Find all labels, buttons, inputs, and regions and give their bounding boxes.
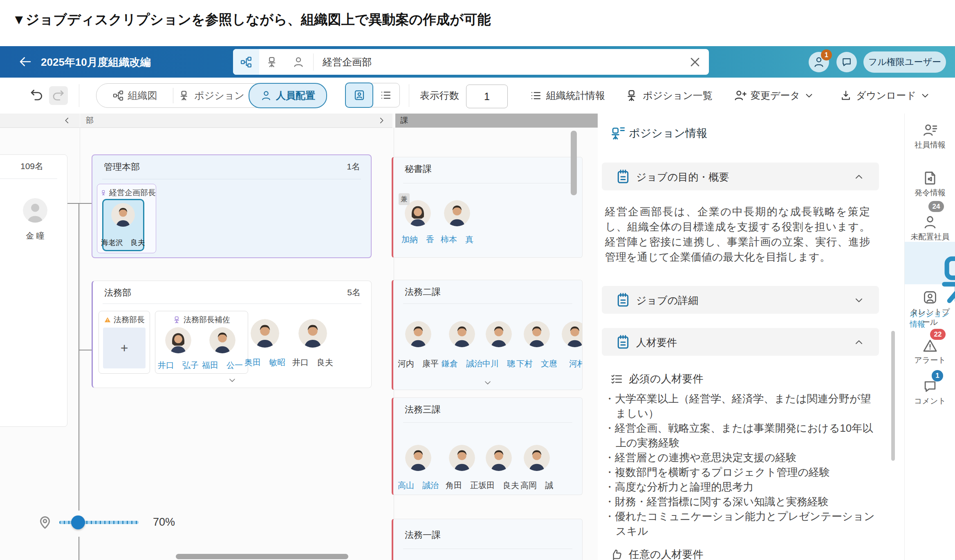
search-mode-position-button[interactable]	[259, 49, 285, 75]
avatar[interactable]	[486, 445, 512, 471]
member-name[interactable]: 坂田 良夫	[478, 480, 519, 491]
member-name[interactable]: 河内 康平	[398, 358, 439, 369]
tab-orgchart[interactable]: 組織図	[96, 89, 173, 102]
member-name[interactable]: 鎌倉 誠治	[442, 358, 482, 369]
org-card-kanri-honbu[interactable]: 管理本部 1名 経営企画部長 海老沢 良夫	[92, 154, 372, 258]
sidebar-item-comment[interactable]: コメント	[905, 379, 955, 406]
sidebar-item-label: 発令情報	[905, 187, 955, 198]
sidebar-item-talent-pool[interactable]: タレントプール	[905, 290, 955, 327]
section-label: 人材要件	[636, 336, 677, 349]
sidebar-item-alert[interactable]: アラート	[905, 338, 955, 365]
avatar[interactable]	[524, 321, 550, 347]
change-data-button[interactable]: 変更データ	[733, 89, 814, 102]
member-name[interactable]: 河村	[569, 358, 583, 369]
org-stats-button[interactable]: 組織統計情報	[530, 89, 605, 102]
position-card-homu-bucho[interactable]: 法務部長 +	[99, 311, 150, 374]
org-card-homu-bu[interactable]: 法務部 5名 法務部長 + 法務部長補佐 井口 弘子	[92, 281, 372, 388]
member-photo-card-selected[interactable]: 海老沢 良夫	[102, 199, 144, 251]
expand-card-icon[interactable]	[482, 378, 494, 387]
sidebar-item-order-info[interactable]: 発令情報	[905, 170, 955, 198]
expand-card-icon[interactable]	[226, 376, 238, 385]
avatar[interactable]	[209, 327, 235, 353]
chevron-down-icon	[920, 91, 930, 100]
avatar[interactable]	[165, 327, 191, 353]
avatar[interactable]	[449, 445, 475, 471]
org-stats-label: 組織統計情報	[546, 89, 605, 102]
redo-button[interactable]	[49, 86, 68, 105]
member-name[interactable]: 井口 良夫	[292, 357, 333, 368]
avatar[interactable]	[251, 319, 279, 348]
avatar[interactable]	[562, 321, 583, 347]
notification-badge: 1	[821, 49, 832, 60]
tab-position[interactable]: ポジション	[173, 89, 250, 102]
section-job-detail[interactable]: ジョブの詳細	[602, 286, 879, 314]
zoom-slider-thumb[interactable]	[71, 515, 85, 529]
undo-icon[interactable]	[29, 87, 44, 103]
member-name[interactable]: 金 瞳	[26, 230, 45, 241]
avatar[interactable]	[486, 321, 512, 347]
list-item: ・経営層との連携や意思決定支援の経験	[604, 450, 875, 465]
position-card-homu-hosa[interactable]: 法務部長補佐 井口 弘子 福田 公一	[155, 311, 248, 374]
panel-scrollbar[interactable]	[891, 331, 895, 461]
list-view-button[interactable]	[372, 83, 399, 107]
add-member-dropzone[interactable]: +	[103, 328, 146, 368]
org-card-homu-nika[interactable]: 法務二課 河内 康平 鎌倉 誠治 中川 聰 下村 文麿 河村	[392, 280, 583, 390]
org-card-hisho-ka[interactable]: 秘書課 兼 加納 香 柿本 真	[392, 157, 583, 258]
section-job-overview[interactable]: ジョブの目的・概要	[602, 163, 879, 190]
back-icon[interactable]	[18, 54, 33, 69]
search-mode-person-button[interactable]	[285, 49, 312, 75]
tree-connector-horizontal	[65, 203, 92, 204]
horizontal-scrollbar[interactable]	[176, 554, 348, 559]
org-card-homu-sanka[interactable]: 法務三課 高山 誠治 角田 正 坂田 良夫 高岡 誠	[392, 397, 583, 495]
org-card-root[interactable]: 109名 金 瞳	[0, 154, 67, 427]
position-card-keiei-kikaku[interactable]: 経営企画部長 海老沢 良夫	[97, 184, 156, 253]
avatar[interactable]	[405, 445, 431, 471]
avatar[interactable]	[23, 198, 47, 223]
chevron-right-icon[interactable]	[377, 116, 386, 125]
member-name[interactable]: 高山 誠治	[398, 480, 439, 491]
section-requirements[interactable]: 人材要件	[602, 328, 879, 356]
notebook-icon	[615, 168, 631, 185]
member-name[interactable]: 中川 聰	[482, 358, 515, 369]
sidebar-item-position-info-selected[interactable]: ポジション情報	[905, 242, 955, 284]
chevron-left-icon[interactable]	[63, 116, 72, 125]
chair-icon	[266, 56, 278, 68]
avatar[interactable]	[298, 319, 327, 348]
avatar[interactable]	[444, 200, 470, 226]
avatar[interactable]	[449, 321, 475, 347]
chat-button[interactable]	[836, 52, 857, 72]
member-name[interactable]: 井口 弘子	[158, 360, 199, 371]
search-mode-orgchart-button[interactable]	[233, 49, 259, 75]
tab-orgchart-label: 組織図	[128, 89, 157, 102]
avatar[interactable]	[405, 321, 431, 347]
download-button[interactable]: ダウンロード	[840, 89, 930, 102]
member-name[interactable]: 下村 文麿	[516, 358, 557, 369]
member-name[interactable]: 加納 香	[401, 234, 434, 245]
sidebar-item-employee-info[interactable]: 社員情報	[905, 123, 955, 150]
notebook-icon	[615, 292, 631, 308]
locate-pin-icon[interactable]	[37, 514, 53, 530]
member-name[interactable]: 福田 公一	[202, 360, 243, 371]
rows-label: 表示行数	[420, 89, 459, 102]
tab-staffing[interactable]: 人員配置	[249, 83, 327, 108]
member-name[interactable]: 奥田 敏昭	[244, 357, 285, 368]
member-name: 海老沢 良夫	[101, 238, 145, 248]
search-input[interactable]	[322, 56, 688, 68]
member-name[interactable]: 高岡 誠	[520, 480, 553, 491]
card-view-button[interactable]	[345, 83, 373, 108]
avatar[interactable]	[524, 445, 550, 471]
list-view-icon	[380, 89, 392, 101]
member-name[interactable]: 角田 正	[446, 480, 478, 491]
sidebar-item-label: タレントプール	[910, 307, 951, 327]
position-list-button[interactable]: ポジション一覧	[625, 89, 713, 102]
sidebar-item-unassigned[interactable]: 未配置社員	[905, 214, 955, 242]
member-name[interactable]: 柿本 真	[441, 234, 473, 245]
section-column-scrollbar[interactable]	[571, 131, 577, 195]
required-requirements-label: 必須の人材要件	[629, 372, 704, 386]
plan-title: 2025年10月度組織改編	[41, 55, 151, 69]
role-button[interactable]: フル権限ユーザー	[863, 51, 946, 73]
close-icon[interactable]	[688, 55, 702, 69]
card-view-icon	[353, 89, 365, 101]
org-card-homu-ichika[interactable]: 法務一課	[392, 519, 583, 560]
rows-count-input[interactable]	[466, 85, 508, 108]
